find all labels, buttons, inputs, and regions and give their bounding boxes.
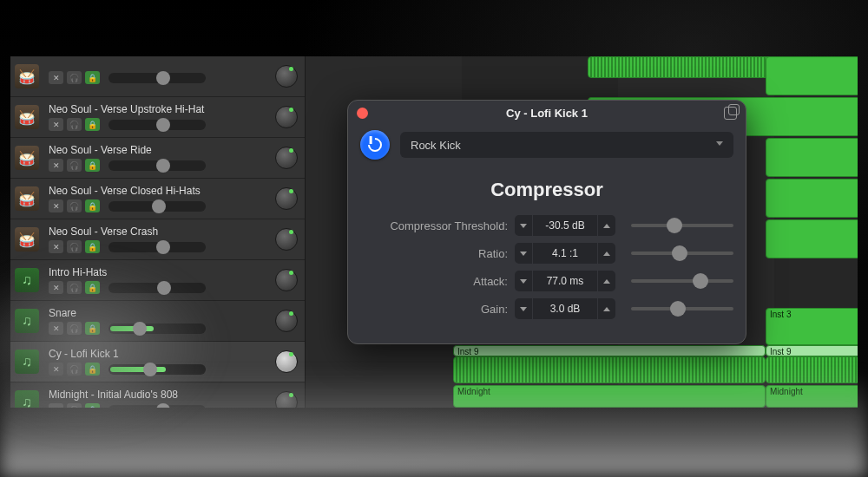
- slider-thumb[interactable]: [667, 218, 682, 233]
- close-icon[interactable]: [357, 108, 368, 119]
- volume-thumb[interactable]: [156, 159, 170, 173]
- pan-knob[interactable]: [275, 65, 298, 88]
- track-body: Neo Soul - Verse Ride ✕ 🎧 🔒: [43, 138, 305, 178]
- volume-slider[interactable]: [108, 73, 206, 83]
- chevron-down-icon: [520, 307, 527, 311]
- increment-button[interactable]: [598, 298, 615, 319]
- volume-thumb[interactable]: [156, 240, 170, 254]
- pan-knob[interactable]: [275, 350, 298, 373]
- lock-button[interactable]: 🔒: [85, 199, 100, 212]
- mute-button[interactable]: ✕: [49, 118, 63, 131]
- compare-icon[interactable]: [724, 107, 737, 120]
- volume-slider[interactable]: [108, 120, 206, 130]
- pan-knob[interactable]: [275, 187, 298, 210]
- pan-knob[interactable]: [275, 269, 298, 291]
- slider-thumb[interactable]: [672, 245, 687, 261]
- lock-button[interactable]: 🔒: [85, 118, 100, 131]
- track-body: ✕ 🎧 🔒: [43, 56, 305, 96]
- preset-dropdown[interactable]: Rock Kick: [400, 132, 733, 158]
- slider-thumb[interactable]: [693, 273, 708, 289]
- volume-slider[interactable]: [108, 160, 206, 171]
- solo-button[interactable]: 🎧: [67, 159, 82, 172]
- solo-button[interactable]: 🎧: [67, 240, 82, 253]
- mute-button[interactable]: ✕: [49, 199, 63, 212]
- track-controls: ✕ 🎧 🔒: [49, 159, 305, 172]
- solo-button[interactable]: 🎧: [67, 71, 82, 84]
- decrement-button[interactable]: [515, 298, 532, 319]
- track-icon[interactable]: 🥁: [10, 97, 43, 137]
- plugin-titlebar[interactable]: Cy - Lofi Kick 1: [348, 101, 746, 125]
- volume-slider[interactable]: [108, 242, 206, 252]
- lock-button[interactable]: 🔒: [85, 240, 100, 253]
- track-row[interactable]: 🥁 Neo Soul - Verse Closed Hi-Hats ✕ 🎧 🔒: [10, 179, 305, 219]
- decrement-button[interactable]: [515, 215, 532, 236]
- param-row: Attack: 77.0 ms: [360, 271, 733, 291]
- track-name: Neo Soul - Verse Upstroke Hi-Hat: [49, 103, 305, 115]
- mute-button[interactable]: ✕: [49, 159, 63, 172]
- midi-region[interactable]: [766, 179, 858, 218]
- track-controls: ✕ 🎧 🔒: [49, 71, 305, 84]
- midi-region[interactable]: Inst 9: [766, 345, 858, 356]
- pan-indicator: [289, 67, 293, 71]
- param-row: Ratio: 4.1 :1: [360, 243, 733, 264]
- decrement-button[interactable]: [515, 243, 532, 264]
- track-controls: ✕ 🎧 🔒: [49, 199, 305, 212]
- lock-button[interactable]: 🔒: [85, 71, 100, 84]
- power-button[interactable]: [360, 130, 390, 160]
- plugin-body: Compressor Compressor Threshold: -30.5 d…: [348, 168, 746, 343]
- mute-button[interactable]: ✕: [49, 240, 63, 253]
- increment-button[interactable]: [598, 215, 615, 236]
- volume-thumb[interactable]: [156, 71, 170, 85]
- mute-button[interactable]: ✕: [49, 71, 63, 84]
- chevron-down-icon: [520, 279, 527, 284]
- drum-icon: 🥁: [15, 64, 39, 88]
- increment-button[interactable]: [598, 271, 615, 291]
- track-icon[interactable]: 🥁: [10, 56, 43, 96]
- track-row[interactable]: 🥁 Neo Soul - Verse Ride ✕ 🎧 🔒: [10, 138, 305, 179]
- solo-button[interactable]: 🎧: [67, 199, 82, 212]
- pan-knob[interactable]: [275, 310, 298, 332]
- param-row: Compressor Threshold: -30.5 dB: [360, 215, 733, 236]
- volume-slider[interactable]: [108, 201, 206, 212]
- track-controls: ✕ 🎧 🔒: [49, 118, 305, 131]
- plugin-title: Cy - Lofi Kick 1: [348, 107, 746, 120]
- solo-button[interactable]: 🎧: [67, 118, 82, 131]
- pan-indicator: [289, 352, 293, 356]
- increment-button[interactable]: [598, 243, 615, 264]
- track-body: Neo Soul - Verse Closed Hi-Hats ✕ 🎧 🔒: [43, 179, 305, 219]
- preset-name: Rock Kick: [411, 139, 461, 152]
- track-body: Neo Soul - Verse Crash ✕ 🎧 🔒: [43, 219, 305, 259]
- pan-knob[interactable]: [275, 228, 298, 251]
- slider-thumb[interactable]: [670, 301, 686, 317]
- pan-knob[interactable]: [275, 147, 298, 169]
- midi-region[interactable]: [766, 138, 858, 177]
- track-row[interactable]: 🥁 Neo Soul - Verse Upstroke Hi-Hat ✕ 🎧 🔒: [10, 97, 305, 138]
- volume-thumb[interactable]: [152, 199, 166, 213]
- midi-region[interactable]: Inst 3: [766, 308, 858, 345]
- param-value[interactable]: -30.5 dB: [533, 215, 597, 236]
- drum-icon: 🥁: [15, 146, 39, 170]
- chevron-up-icon: [603, 307, 610, 311]
- track-row[interactable]: 🥁 ✕ 🎧 🔒: [10, 56, 305, 97]
- param-value[interactable]: 4.1 :1: [533, 243, 597, 264]
- track-row[interactable]: 🥁 Neo Soul - Verse Crash ✕ 🎧 🔒: [10, 219, 305, 260]
- chevron-up-icon: [603, 279, 610, 284]
- lock-button[interactable]: 🔒: [85, 159, 100, 172]
- param-slider[interactable]: [631, 252, 733, 255]
- track-icon[interactable]: 🥁: [10, 138, 43, 178]
- param-stepper: -30.5 dB: [515, 215, 615, 236]
- track-icon[interactable]: 🥁: [10, 179, 43, 219]
- track-icon[interactable]: 🥁: [10, 219, 43, 259]
- midi-region[interactable]: [766, 219, 858, 258]
- param-slider[interactable]: [631, 224, 733, 227]
- pan-knob[interactable]: [275, 106, 298, 128]
- volume-thumb[interactable]: [156, 118, 170, 132]
- midi-region[interactable]: Inst 9: [453, 345, 766, 356]
- midi-region[interactable]: [766, 56, 858, 95]
- decrement-button[interactable]: [515, 271, 532, 291]
- drum-icon: 🥁: [15, 186, 39, 211]
- param-value[interactable]: 77.0 ms: [533, 271, 597, 291]
- param-slider[interactable]: [631, 307, 733, 310]
- param-slider[interactable]: [631, 279, 733, 283]
- param-value[interactable]: 3.0 dB: [533, 298, 597, 319]
